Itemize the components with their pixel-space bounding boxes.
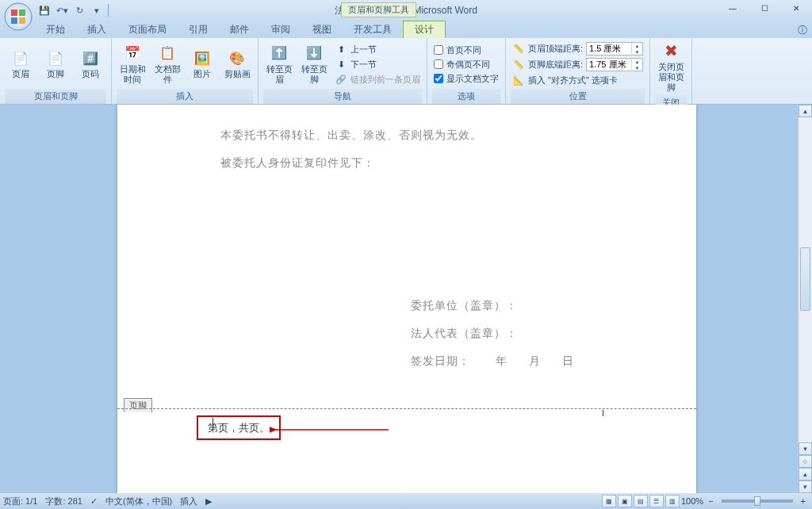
- body-line-2: 被委托人身份证复印件见下：: [220, 156, 375, 170]
- sig-unit: 委托单位（盖章）：: [411, 299, 518, 313]
- help-icon[interactable]: ⓘ: [798, 24, 807, 37]
- next-icon: ⬇: [335, 58, 347, 71]
- qat-redo[interactable]: ↻: [71, 2, 87, 18]
- align-icon: 📐: [512, 74, 525, 86]
- spin-down[interactable]: ▼: [632, 65, 642, 71]
- spin-up[interactable]: ▲: [632, 43, 642, 49]
- qat-customize[interactable]: ▾: [89, 2, 105, 18]
- status-macro-icon[interactable]: ▶: [205, 496, 212, 507]
- svg-rect-4: [19, 17, 25, 24]
- tab-review[interactable]: 审阅: [260, 21, 301, 38]
- qat-save[interactable]: 💾: [36, 2, 52, 18]
- odd-even-diff-checkbox[interactable]: 奇偶页不同: [432, 58, 500, 71]
- redo-icon: ↻: [76, 6, 83, 16]
- prev-section-button[interactable]: ⬆上一节: [333, 42, 422, 56]
- scroll-track[interactable]: [799, 117, 812, 442]
- browse-object-button[interactable]: ○: [799, 455, 812, 468]
- annotation-arrow: [270, 422, 396, 438]
- status-language[interactable]: 中文(简体，中国): [105, 496, 172, 507]
- prev-icon: ⬆: [335, 43, 347, 55]
- vertical-scrollbar[interactable]: ▲ ▼ ○ ▴ ▾: [798, 105, 812, 493]
- first-page-diff-checkbox[interactable]: 首页不同: [432, 44, 500, 57]
- group-label: 插入: [117, 89, 253, 104]
- group-position: 📏 页眉顶端距离: ▲▼ 📏 页脚底端距离: ▲▼ 📐插入 "对齐方式" 选项卡…: [506, 38, 650, 104]
- zoom-level[interactable]: 100%: [681, 496, 703, 506]
- view-web-layout[interactable]: ▤: [634, 495, 648, 507]
- footer-distance-input[interactable]: ▲▼: [586, 58, 643, 71]
- header-distance-input[interactable]: ▲▼: [586, 42, 643, 55]
- group-options: 首页不同 奇偶页不同 显示文档文字 选项: [427, 38, 506, 104]
- quickparts-button[interactable]: 📋文档部件: [151, 40, 183, 89]
- tab-view[interactable]: 视图: [301, 21, 343, 38]
- window-controls: — ☐ ✕: [717, 0, 812, 16]
- footer-content-highlight: 第页，共页。: [197, 415, 281, 440]
- picture-button[interactable]: 🖼️图片: [186, 40, 218, 89]
- tab-start[interactable]: 开始: [35, 21, 76, 38]
- svg-rect-1: [11, 10, 17, 16]
- goto-footer-button[interactable]: ⬇️转至页脚: [298, 40, 330, 89]
- close-button[interactable]: ✕: [780, 0, 812, 16]
- footer-button[interactable]: 📄页脚: [40, 40, 71, 89]
- header-button[interactable]: 📄页眉: [5, 40, 36, 89]
- svg-rect-2: [19, 10, 25, 16]
- ruler-icon: 📏: [512, 43, 525, 55]
- next-section-button[interactable]: ⬇下一节: [333, 57, 422, 71]
- tab-page-layout[interactable]: 页面布局: [117, 21, 178, 38]
- scroll-up-button[interactable]: ▲: [799, 105, 812, 117]
- goto-header-button[interactable]: ⬆️转至页眉: [263, 40, 295, 89]
- minimize-button[interactable]: —: [717, 0, 749, 16]
- insert-align-tab-button[interactable]: 📐插入 "对齐方式" 选项卡: [511, 73, 645, 87]
- group-close: ✖关闭页眉和页脚 关闭: [650, 38, 692, 104]
- prev-page-button[interactable]: ▴: [799, 468, 812, 480]
- document-page[interactable]: 本委托书不得转让、出卖、涂改、否则视为无效。 被委托人身份证复印件见下： 委托单…: [117, 105, 696, 493]
- view-print-layout[interactable]: ▦: [602, 495, 616, 507]
- zoom-slider[interactable]: [722, 499, 793, 503]
- document-area: 本委托书不得转让、出卖、涂改、否则视为无效。 被委托人身份证复印件见下： 委托单…: [0, 105, 798, 493]
- sig-date: 签发日期： 年 月 日: [411, 354, 574, 369]
- tab-references[interactable]: 引用: [178, 21, 219, 38]
- close-icon: ✖: [661, 41, 680, 60]
- spin-up[interactable]: ▲: [632, 59, 642, 65]
- qat-undo[interactable]: ↶▾: [54, 2, 70, 18]
- tab-developer[interactable]: 开发工具: [343, 21, 403, 38]
- clipart-button[interactable]: 🎨剪贴画: [221, 40, 253, 89]
- office-button[interactable]: [3, 2, 33, 32]
- tab-mailings[interactable]: 邮件: [219, 21, 260, 38]
- tab-design[interactable]: 设计: [403, 21, 446, 38]
- show-doc-text-checkbox[interactable]: 显示文档文字: [432, 72, 500, 86]
- status-proof-icon[interactable]: ✓: [90, 496, 98, 507]
- title-bar: 💾 ↶▾ ↻ ▾ 法人委托书.docx - Microsoft Word 页眉和…: [0, 0, 812, 21]
- status-page[interactable]: 页面: 1/1: [3, 496, 37, 507]
- datetime-button[interactable]: 📅日期和时间: [117, 40, 148, 89]
- tab-insert[interactable]: 插入: [76, 21, 117, 38]
- status-words[interactable]: 字数: 281: [45, 496, 82, 507]
- view-draft[interactable]: ▥: [665, 495, 680, 507]
- footer-text[interactable]: 第页，共页。: [208, 422, 270, 434]
- zoom-in-button[interactable]: +: [798, 496, 809, 506]
- qat-separator: [108, 4, 109, 17]
- undo-icon: ↶: [56, 6, 63, 16]
- footer-tag: 页脚: [124, 398, 152, 412]
- svg-rect-3: [11, 17, 17, 24]
- close-header-footer-button[interactable]: ✖关闭页眉和页脚: [655, 40, 687, 95]
- maximize-button[interactable]: ☐: [749, 0, 780, 16]
- scroll-down-button[interactable]: ▼: [799, 442, 812, 455]
- svg-point-0: [5, 3, 32, 30]
- page-number-icon: #️⃣: [81, 48, 100, 67]
- view-outline[interactable]: ☰: [649, 495, 664, 507]
- page-number-button[interactable]: #️⃣页码: [75, 40, 106, 89]
- scroll-thumb[interactable]: [800, 247, 810, 311]
- header-icon: 📄: [11, 48, 30, 67]
- view-full-screen[interactable]: ▣: [618, 495, 632, 507]
- spin-down[interactable]: ▼: [632, 49, 642, 55]
- zoom-out-button[interactable]: −: [705, 496, 716, 506]
- next-page-button[interactable]: ▾: [799, 480, 812, 493]
- ruler-icon: 📏: [512, 59, 525, 71]
- group-insert: 📅日期和时间 📋文档部件 🖼️图片 🎨剪贴画 插入: [112, 38, 259, 104]
- ruler-marker: [603, 410, 603, 416]
- status-mode[interactable]: 插入: [180, 496, 197, 507]
- footer-distance-row: 📏 页脚底端距离: ▲▼: [511, 57, 645, 72]
- zoom-knob[interactable]: [754, 496, 760, 506]
- link-prev-button[interactable]: 🔗链接到前一条页眉: [333, 72, 422, 86]
- group-header-footer: 📄页眉 📄页脚 #️⃣页码 页眉和页脚: [0, 38, 112, 104]
